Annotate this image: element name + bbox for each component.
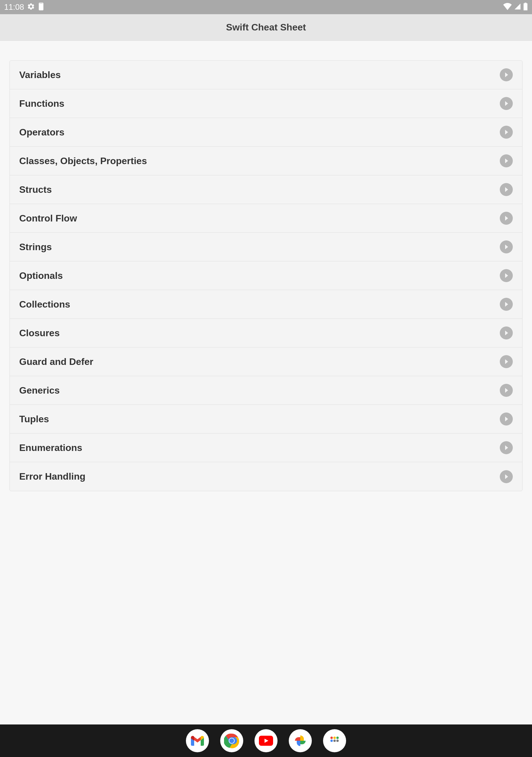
list-item-collections[interactable]: Collections (10, 290, 522, 319)
chevron-right-icon (500, 126, 513, 139)
wifi-icon (503, 3, 512, 11)
list-item-functions[interactable]: Functions (10, 89, 522, 118)
chevron-right-icon (500, 441, 513, 454)
list-item-label: Generics (19, 385, 60, 396)
chevron-right-icon (500, 326, 513, 340)
app-header: Swift Cheat Sheet (0, 14, 532, 41)
list-item-optionals[interactable]: Optionals (10, 261, 522, 290)
dock-youtube-icon[interactable] (254, 729, 278, 752)
page-title: Swift Cheat Sheet (226, 22, 306, 33)
chevron-right-icon (500, 68, 513, 81)
dock (0, 724, 532, 757)
card-icon (38, 3, 44, 12)
chevron-right-icon (500, 470, 513, 483)
list-item-control-flow[interactable]: Control Flow (10, 204, 522, 233)
svg-point-10 (333, 740, 336, 742)
list-item-label: Collections (19, 299, 70, 310)
chevron-right-icon (500, 269, 513, 282)
status-left-group: 11:08 (4, 3, 44, 12)
signal-icon (514, 3, 521, 11)
svg-rect-0 (39, 4, 43, 10)
chevron-right-icon (500, 154, 513, 167)
list-item-label: Operators (19, 127, 64, 138)
gear-icon (27, 3, 35, 12)
list-item-enumerations[interactable]: Enumerations (10, 434, 522, 462)
list-item-label: Tuples (19, 414, 49, 425)
list-item-label: Control Flow (19, 213, 77, 224)
svg-point-6 (330, 737, 333, 739)
svg-point-7 (333, 737, 336, 739)
list-item-tuples[interactable]: Tuples (10, 405, 522, 434)
list-item-label: Closures (19, 328, 60, 339)
list-item-label: Guard and Defer (19, 356, 93, 367)
chevron-right-icon (500, 384, 513, 397)
chevron-right-icon (500, 212, 513, 225)
list-item-label: Structs (19, 184, 52, 195)
topic-list: Variables Functions Operators Classes, O… (10, 60, 522, 491)
list-item-classes[interactable]: Classes, Objects, Properties (10, 147, 522, 175)
list-item-label: Optionals (19, 270, 63, 281)
chevron-right-icon (500, 355, 513, 368)
list-item-label: Classes, Objects, Properties (19, 156, 147, 167)
list-item-operators[interactable]: Operators (10, 118, 522, 147)
chevron-right-icon (500, 97, 513, 110)
dock-gmail-icon[interactable] (186, 729, 209, 752)
dock-apps-icon[interactable] (323, 729, 346, 752)
chevron-right-icon (500, 240, 513, 254)
status-time: 11:08 (4, 3, 24, 12)
list-item-generics[interactable]: Generics (10, 376, 522, 405)
chevron-right-icon (500, 298, 513, 311)
chevron-right-icon (500, 412, 513, 426)
list-item-variables[interactable]: Variables (10, 61, 522, 89)
list-item-guard-defer[interactable]: Guard and Defer (10, 348, 522, 376)
dock-photos-icon[interactable] (289, 729, 312, 752)
list-item-structs[interactable]: Structs (10, 175, 522, 204)
list-item-label: Error Handling (19, 471, 85, 482)
list-item-label: Strings (19, 242, 52, 253)
battery-icon (523, 3, 528, 12)
status-bar: 11:08 (0, 0, 532, 14)
list-item-error-handling[interactable]: Error Handling (10, 462, 522, 491)
svg-point-8 (336, 737, 339, 739)
list-item-label: Enumerations (19, 442, 82, 453)
svg-point-4 (229, 738, 234, 743)
content-area: Variables Functions Operators Classes, O… (0, 41, 532, 491)
list-item-label: Variables (19, 70, 61, 80)
list-item-label: Functions (19, 98, 64, 109)
dock-chrome-icon[interactable] (220, 729, 243, 752)
chevron-right-icon (500, 183, 513, 196)
list-item-strings[interactable]: Strings (10, 233, 522, 261)
svg-point-9 (330, 740, 333, 742)
status-right-group (503, 3, 528, 12)
svg-point-11 (336, 740, 339, 742)
list-item-closures[interactable]: Closures (10, 319, 522, 348)
